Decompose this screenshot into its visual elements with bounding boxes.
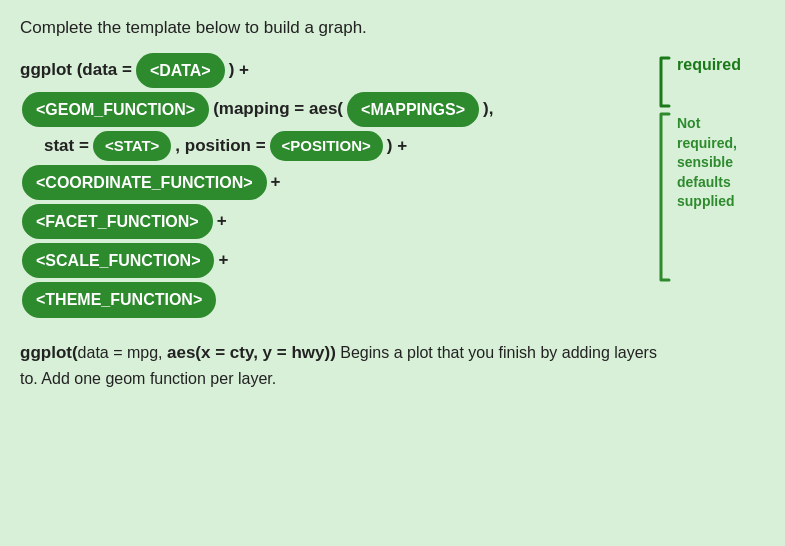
stat-tag: <STAT> bbox=[93, 131, 171, 161]
ggplot-text: ggplot (data = bbox=[20, 56, 132, 85]
facet-function-tag: <FACET_FUNCTION> bbox=[22, 204, 213, 239]
theme-function-tag: <THEME_FUNCTION> bbox=[22, 282, 216, 317]
code-line-7: <THEME_FUNCTION> bbox=[20, 281, 647, 318]
mapping-text: (mapping = aes( bbox=[213, 95, 343, 124]
stat-text: stat = bbox=[44, 132, 89, 161]
line4-suffix: + bbox=[271, 168, 281, 197]
example-aes-close: )) bbox=[325, 343, 336, 362]
example-func-bold: ggplot( bbox=[20, 343, 78, 362]
example-data-normal: data = mpg, bbox=[78, 344, 167, 361]
position-text: , position = bbox=[175, 132, 265, 161]
code-line-5: <FACET_FUNCTION> + bbox=[20, 203, 647, 240]
optional-bracket-group: Notrequired,sensibledefaultssupplied bbox=[655, 112, 737, 282]
line2-suffix: ), bbox=[483, 95, 493, 124]
required-bracket-group: required bbox=[655, 56, 741, 108]
example-aes-bold: aes( bbox=[167, 343, 201, 362]
scale-function-tag: <SCALE_FUNCTION> bbox=[22, 243, 214, 278]
required-bracket-svg bbox=[655, 56, 673, 108]
code-line-2: <GEOM_FUNCTION> (mapping = aes( <MAPPING… bbox=[20, 91, 647, 128]
line5-suffix: + bbox=[217, 207, 227, 236]
data-tag: <DATA> bbox=[136, 53, 225, 88]
example-aes-args: x = cty, y = hwy bbox=[201, 343, 324, 362]
required-label: required bbox=[677, 56, 741, 74]
line1-suffix: ) + bbox=[229, 56, 249, 85]
intro-text: Complete the template below to build a g… bbox=[20, 18, 765, 38]
position-tag: <POSITION> bbox=[270, 131, 383, 161]
geom-function-tag: <GEOM_FUNCTION> bbox=[22, 92, 209, 127]
code-area: ggplot (data = <DATA> ) + <GEOM_FUNCTION… bbox=[20, 52, 765, 321]
code-line-3: stat = <STAT> , position = <POSITION> ) … bbox=[20, 130, 647, 162]
mappings-tag: <MAPPINGS> bbox=[347, 92, 479, 127]
optional-bracket-svg bbox=[655, 112, 673, 282]
coordinate-function-tag: <COORDINATE_FUNCTION> bbox=[22, 165, 267, 200]
code-block: ggplot (data = <DATA> ) + <GEOM_FUNCTION… bbox=[20, 52, 647, 321]
line3-suffix: ) + bbox=[387, 132, 407, 161]
line6-suffix: + bbox=[218, 246, 228, 275]
example-section: ggplot(data = mpg, aes(x = cty, y = hwy)… bbox=[20, 339, 660, 392]
code-line-6: <SCALE_FUNCTION> + bbox=[20, 242, 647, 279]
bracket-area: required Notrequired,sensibledefaultssup… bbox=[655, 52, 765, 282]
optional-label: Notrequired,sensibledefaultssupplied bbox=[677, 112, 737, 212]
code-line-1: ggplot (data = <DATA> ) + bbox=[20, 52, 647, 89]
code-line-4: <COORDINATE_FUNCTION> + bbox=[20, 164, 647, 201]
